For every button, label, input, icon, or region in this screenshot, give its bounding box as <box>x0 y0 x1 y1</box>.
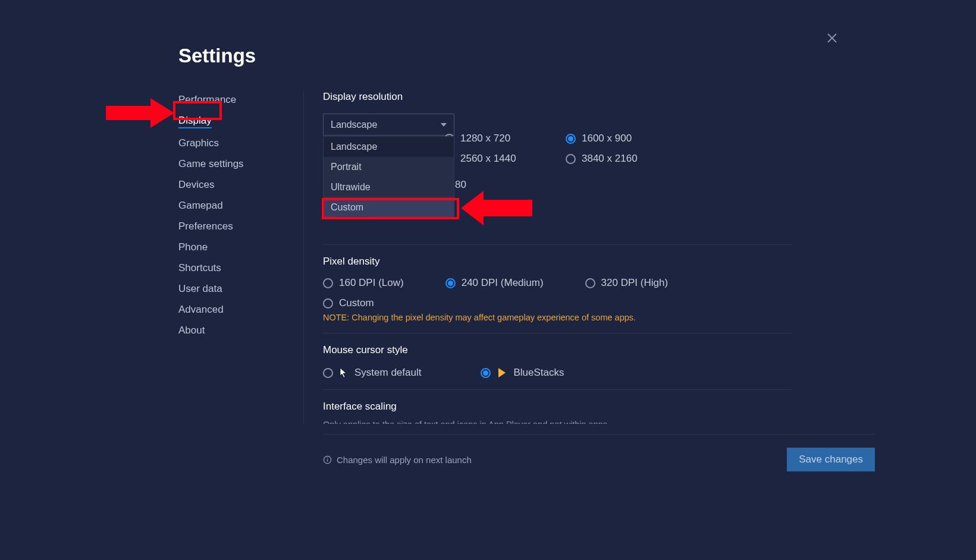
close-icon <box>825 31 839 45</box>
annotation-arrow-display <box>106 95 174 133</box>
dpi-note: NOTE: Changing the pixel density may aff… <box>323 313 792 322</box>
sidebar-item-preferences[interactable]: Preferences <box>178 221 233 232</box>
svg-marker-3 <box>340 368 346 377</box>
resolution-option-3840x2160[interactable]: 3840 x 2160 <box>566 153 685 165</box>
resolution-option-2560x1440[interactable]: 2560 x 1440 <box>444 153 563 165</box>
radio-icon <box>323 278 333 288</box>
settings-window: Settings Performance Display Graphics Ga… <box>0 0 976 560</box>
pixel-density-row: 160 DPI (Low) 240 DPI (Medium) 320 DPI (… <box>323 277 792 289</box>
svg-point-8 <box>327 457 328 458</box>
orientation-option-portrait[interactable]: Portrait <box>324 157 454 177</box>
sidebar-item-performance[interactable]: Performance <box>178 94 236 106</box>
sidebar: Performance Display Graphics Game settin… <box>178 91 303 424</box>
dpi-label: Custom <box>339 297 374 309</box>
divider <box>323 389 792 390</box>
mouse-cursor-row: System default BlueStacks <box>323 367 792 379</box>
content-panel: Display resolution Landscape Landscape P… <box>303 91 798 424</box>
sidebar-item-user-data[interactable]: User data <box>178 283 222 295</box>
resolution-option-1280x720[interactable]: 1280 x 720 <box>444 133 563 144</box>
radio-icon <box>445 278 456 288</box>
orientation-option-landscape[interactable]: Landscape <box>324 137 454 157</box>
orientation-option-custom[interactable]: Custom <box>324 197 454 218</box>
resolution-option-1600x900[interactable]: 1600 x 900 <box>566 133 685 144</box>
sidebar-item-phone[interactable]: Phone <box>178 241 208 253</box>
orientation-dropdown-menu: Landscape Portrait Ultrawide Custom <box>323 136 454 218</box>
radio-icon <box>323 368 333 378</box>
cursor-option-bluestacks[interactable]: BlueStacks <box>481 367 564 379</box>
radio-icon <box>481 368 491 378</box>
footer-note: Changes will apply on next launch <box>323 455 472 465</box>
divider <box>323 244 792 245</box>
interface-scaling-title: Interface scaling <box>323 401 792 413</box>
sidebar-item-display[interactable]: Display <box>178 115 212 128</box>
system-cursor-icon <box>339 367 349 378</box>
dpi-option-custom[interactable]: Custom <box>323 297 792 309</box>
dpi-label: 240 DPI (Medium) <box>462 277 544 289</box>
radio-icon <box>566 154 576 164</box>
dpi-option-160[interactable]: 160 DPI (Low) <box>323 277 404 289</box>
resolution-label: 1600 x 900 <box>582 133 632 144</box>
sidebar-item-advanced[interactable]: Advanced <box>178 304 224 316</box>
cursor-label: BlueStacks <box>513 367 564 379</box>
radio-icon <box>585 278 595 288</box>
svg-marker-4 <box>498 368 506 377</box>
caret-down-icon <box>441 123 447 127</box>
sidebar-item-graphics[interactable]: Graphics <box>178 137 219 149</box>
resolution-label: 1280 x 720 <box>460 133 510 144</box>
display-resolution-title: Display resolution <box>323 91 792 103</box>
resolution-label: 3840 x 2160 <box>582 153 638 165</box>
dpi-label: 320 DPI (High) <box>601 277 668 289</box>
radio-icon <box>323 298 333 309</box>
layout: Performance Display Graphics Game settin… <box>178 91 798 424</box>
cursor-label: System default <box>354 367 421 379</box>
resolution-label: 2560 x 1440 <box>460 153 516 165</box>
resolution-fragment: 80 <box>455 179 466 191</box>
dpi-option-320[interactable]: 320 DPI (High) <box>585 277 668 289</box>
footer-note-text: Changes will apply on next launch <box>337 455 472 465</box>
orientation-option-ultrawide[interactable]: Ultrawide <box>324 177 454 197</box>
dpi-option-240[interactable]: 240 DPI (Medium) <box>445 277 544 289</box>
interface-scaling-subtitle: Only applies to the size of text and ico… <box>323 420 792 424</box>
pixel-density-title: Pixel density <box>323 256 792 268</box>
footer: Changes will apply on next launch Save c… <box>323 434 875 471</box>
bluestacks-cursor-icon <box>497 367 507 378</box>
sidebar-item-shortcuts[interactable]: Shortcuts <box>178 262 221 274</box>
sidebar-item-game-settings[interactable]: Game settings <box>178 158 244 170</box>
save-changes-button[interactable]: Save changes <box>787 448 875 471</box>
page-title: Settings <box>178 45 798 67</box>
info-icon <box>323 455 332 464</box>
sidebar-item-gamepad[interactable]: Gamepad <box>178 200 223 212</box>
close-button[interactable] <box>825 31 839 45</box>
sidebar-item-devices[interactable]: Devices <box>178 179 214 191</box>
dpi-label: 160 DPI (Low) <box>339 277 404 289</box>
sidebar-item-about[interactable]: About <box>178 325 205 336</box>
divider <box>323 333 792 334</box>
mouse-cursor-title: Mouse cursor style <box>323 344 792 356</box>
radio-icon <box>566 134 576 144</box>
cursor-option-system[interactable]: System default <box>323 367 421 379</box>
orientation-selected-label: Landscape <box>331 119 377 130</box>
svg-marker-5 <box>106 98 174 128</box>
